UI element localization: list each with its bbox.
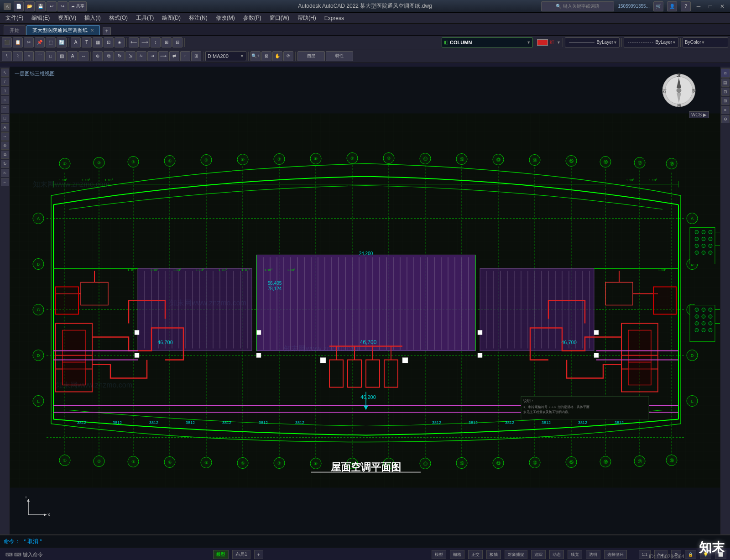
layout1-button[interactable]: 布局1 — [232, 550, 250, 559]
menu-item-V[interactable]: 视图(V) — [54, 13, 80, 23]
tab-close-icon[interactable]: ✕ — [90, 28, 94, 33]
tool-btn-8[interactable]: T — [82, 37, 92, 47]
sb-cursor-btn[interactable]: ↖ — [1, 68, 9, 77]
sb-trim-btn[interactable]: ✁ — [1, 169, 9, 177]
modify-array-btn[interactable]: ⊞ — [191, 51, 201, 61]
sb-line-btn[interactable]: / — [1, 78, 9, 86]
share-button[interactable]: ☁ 共享 — [68, 1, 87, 11]
draw-arc-btn[interactable]: ⌒ — [35, 51, 45, 61]
sb-right-btn-5[interactable]: ⚙ — [721, 115, 730, 123]
modify-fillet-btn[interactable]: ⌐ — [180, 51, 190, 61]
tool-btn-16[interactable]: ⊟ — [172, 37, 182, 47]
status-input[interactable]: ⌨ ⌨ 键入命令 — [4, 551, 45, 558]
draw-dim-btn[interactable]: ↔ — [78, 51, 89, 61]
ortho-toggle[interactable]: 正交 — [468, 550, 483, 559]
sel-toggle[interactable]: 选择循环 — [604, 550, 627, 559]
tool-btn-13[interactable]: ⟶ — [140, 37, 150, 47]
sb-right-btn-3[interactable]: ⊞ — [721, 97, 730, 105]
tool-btn-3[interactable]: ✂ — [24, 37, 34, 47]
menu-item-F[interactable]: 文件(F) — [2, 13, 27, 23]
menu-item-D[interactable]: 绘图(D) — [158, 13, 184, 23]
sb-copy-btn[interactable]: ⧉ — [1, 151, 9, 159]
sb-arc-btn[interactable]: ⌒ — [1, 105, 9, 113]
sb-right-btn-2[interactable]: ⊡ — [721, 88, 730, 96]
sb-circle-btn[interactable]: ○ — [1, 96, 9, 104]
tool-btn-7[interactable]: A — [71, 37, 81, 47]
sb-right-nav-cube[interactable]: ⧈ — [721, 68, 730, 78]
tool-btn-12[interactable]: ⟵ — [129, 37, 139, 47]
sb-dim-btn[interactable]: ↔ — [1, 132, 9, 141]
modify-mirror-btn[interactable]: ⇌ — [169, 51, 179, 61]
modify-move-btn[interactable]: ⊕ — [93, 51, 103, 61]
tspace-toggle[interactable]: 透明 — [586, 550, 600, 559]
sb-rect-btn[interactable]: □ — [1, 114, 9, 122]
draw-circle-btn[interactable]: ○ — [24, 51, 34, 61]
modify-rotate-btn[interactable]: ↻ — [115, 51, 125, 61]
sb-rotate-btn[interactable]: ↻ — [1, 160, 9, 168]
menu-item-O[interactable]: 格式(O) — [105, 13, 131, 23]
tool-btn-11[interactable]: ◈ — [115, 37, 125, 47]
draw-pline-btn[interactable]: ⌇ — [13, 51, 23, 61]
grid-toggle[interactable]: 栅格 — [450, 550, 464, 559]
zoom-ext-btn[interactable]: ⊠ — [261, 51, 271, 61]
sb-pline-btn[interactable]: ⌇ — [1, 87, 9, 95]
new-file-button[interactable]: 📄 — [14, 1, 24, 11]
modify-offset-btn[interactable]: ⟿ — [158, 51, 168, 61]
tab-drawing[interactable]: 某大型医院通风空调图纸 ✕ — [26, 25, 100, 35]
restore-button[interactable]: □ — [706, 2, 714, 10]
sb-fillet-btn[interactable]: ⌐ — [1, 178, 9, 186]
properties-btn[interactable]: 特性 — [326, 51, 353, 61]
modify-scale-btn[interactable]: ⇲ — [125, 51, 136, 61]
dynin-toggle[interactable]: 动态 — [549, 550, 564, 559]
open-button[interactable]: 📂 — [25, 1, 35, 11]
linetype2-dropdown[interactable]: ByLayer ▼ — [624, 37, 678, 47]
ui-lock[interactable]: 🔒 — [685, 550, 696, 559]
menu-item-H[interactable]: 帮助(H) — [294, 13, 320, 23]
tool-btn-6[interactable]: 🔄 — [57, 37, 67, 47]
draw-hatch-btn[interactable]: ▨ — [57, 51, 67, 61]
pan-btn[interactable]: ✋ — [272, 51, 282, 61]
draw-line-btn[interactable]: \ — [2, 51, 12, 61]
tool-btn-15[interactable]: ⊞ — [162, 37, 172, 47]
menu-item-M[interactable]: 修改(M) — [212, 13, 239, 23]
zoom-in-btn[interactable]: 🔍+ — [250, 51, 261, 61]
sb-right-btn-4[interactable]: ≡ — [721, 106, 730, 114]
tool-btn-10[interactable]: ⊡ — [104, 37, 114, 47]
tab-start[interactable]: 开始 — [4, 25, 26, 35]
menu-item-P[interactable]: 参数(P) — [240, 13, 265, 23]
minimize-button[interactable]: ─ — [694, 2, 703, 10]
layers-panel-btn[interactable]: 图层 — [297, 51, 325, 61]
tool-btn-5[interactable]: ⬚ — [46, 37, 56, 47]
user-icon[interactable]: 👤 — [667, 1, 677, 11]
tool-btn-4[interactable]: 📌 — [35, 37, 45, 47]
menu-item-Express[interactable]: Express — [321, 14, 348, 22]
menu-item-T[interactable]: 工具(T) — [132, 13, 157, 23]
otrack-toggle[interactable]: 追踪 — [531, 550, 546, 559]
search-button[interactable]: 🔍 键入关键字或词语 — [541, 1, 614, 11]
tool-btn-2[interactable]: 📋 — [13, 37, 23, 47]
modify-extend-btn[interactable]: ⇸ — [147, 51, 157, 61]
draw-text-btn[interactable]: A — [68, 51, 78, 61]
3d-orbit-btn[interactable]: ⟳ — [283, 51, 293, 61]
menu-item-N[interactable]: 标注(N) — [185, 13, 211, 23]
layer-dropdown[interactable]: ◧ COLUMN ▼ — [442, 37, 533, 47]
save-button[interactable]: 💾 — [36, 1, 46, 11]
modify-trim-btn[interactable]: ✁ — [136, 51, 146, 61]
menu-item-I[interactable]: 插入(I) — [81, 13, 104, 23]
close-button[interactable]: ✕ — [718, 2, 726, 10]
sb-move-btn[interactable]: ⊕ — [1, 141, 9, 150]
tool-btn-1[interactable]: ⬛ — [2, 37, 12, 47]
lweight-toggle[interactable]: 线宽 — [568, 550, 582, 559]
new-layout-button[interactable]: + — [254, 550, 263, 559]
canvas-area[interactable]: 一层图纸三维视图 — [10, 67, 720, 534]
osnap-toggle[interactable]: 对象捕捉 — [505, 550, 527, 559]
linetype1-dropdown[interactable]: ByLayer ▼ — [565, 37, 620, 47]
snap-toggle[interactable]: 模型 — [432, 550, 446, 559]
undo-button[interactable]: ↩ — [47, 1, 57, 11]
model-button[interactable]: 模型 — [213, 550, 229, 559]
lineweight-dropdown[interactable]: ByColor ▼ — [683, 37, 728, 47]
cart-icon[interactable]: 🛒 — [653, 1, 663, 11]
sb-text-btn[interactable]: A — [1, 123, 9, 131]
tool-btn-14[interactable]: ↕ — [151, 37, 161, 47]
menu-item-E[interactable]: 编辑(E) — [28, 13, 53, 23]
